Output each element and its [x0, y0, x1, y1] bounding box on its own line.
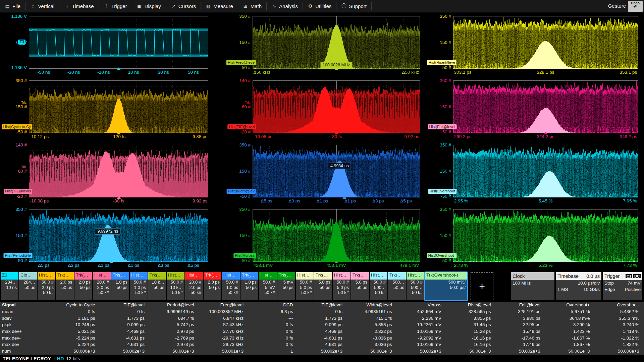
menu-item-trigger[interactable]: ↾Trigger: [99, 0, 132, 12]
menu-item-timebase[interactable]: ↔Timebase: [59, 0, 98, 12]
x-axis-tick: 9.92 ps: [404, 134, 419, 139]
descriptor-box-trk-[interactable]: Trk(…500…50 µs: [388, 272, 406, 300]
y-axis-label: -20 #: [220, 130, 251, 134]
trigger-box[interactable]: Trigger C1 DC Stop 74 mV Edge Positive: [603, 272, 642, 300]
descriptor-box-trk-overshoot-[interactable]: Trk(Overshoot-)500 m%/50.0 µs/: [425, 272, 467, 300]
descriptor-box-trk-[interactable]: Trk(…1.0 ps50 µs: [111, 272, 129, 300]
x-axis-tick: -80 fs: [113, 198, 124, 203]
descriptor-box-hist-[interactable]: Hist…50.0 #5.0 ps50 k#: [296, 272, 314, 300]
grid-z3-square-wave[interactable]: [29, 16, 208, 69]
trace-badge-z3[interactable]: Z3: [18, 40, 25, 45]
menu-item-cursors[interactable]: ↗Cursors: [166, 0, 201, 12]
grid-hist-overshoot-minus[interactable]: [453, 209, 638, 262]
table-column-header[interactable]: Overshoot+: [545, 302, 595, 307]
hist-parameter-badge[interactable]: Hist(Vcross: [233, 253, 256, 258]
hist-parameter-badge[interactable]: Hist(Overshoot: [428, 189, 457, 194]
grid-hist-width-at-level[interactable]: [253, 145, 420, 197]
menu-item-math[interactable]: ⊞Math: [238, 0, 266, 12]
hist-parameter-badge[interactable]: Hist(Overshoot-: [427, 253, 457, 258]
descriptor-box-trk-[interactable]: Trk(…2.0 ps50 µs: [56, 272, 74, 300]
descriptor-setting: 50 k#: [185, 290, 203, 295]
position-marker[interactable]: [342, 196, 346, 199]
y-axis-label: 150 #: [220, 40, 251, 45]
position-marker[interactable]: [117, 196, 121, 199]
descriptor-box-trk-[interactable]: Trk(…5 mV50 µs: [277, 272, 295, 300]
descriptor-setting: 1.0 ps: [130, 285, 148, 290]
hist-parameter-badge[interactable]: Hist(Rise@leve: [427, 60, 457, 65]
trigger-level: 74 mV: [628, 280, 641, 286]
menu-item-display[interactable]: ▣Display: [132, 0, 166, 12]
table-cell: 2.973 ps: [149, 329, 199, 334]
menu-item-vertical[interactable]: ↕Vertical: [25, 0, 59, 12]
menu-item-measure[interactable]: ▥Measure: [201, 0, 237, 12]
clock-box[interactable]: Clock 100 MHz: [511, 272, 554, 300]
grid-hist-cycle-to-cycle[interactable]: [29, 80, 208, 133]
descriptor-box-hist-[interactable]: Hist…50.0 #500…50 k#: [370, 272, 387, 300]
grid-hist-tie-at-level-red[interactable]: [253, 80, 420, 133]
descriptor-box-trk-[interactable]: Trk(…2.0 ps50 µs: [74, 272, 92, 300]
menu-item-support[interactable]: ⓘSupport: [336, 0, 371, 12]
table-column-header[interactable]: TIE@level: [298, 302, 347, 307]
descriptor-box-trk-[interactable]: Trk(…5.0 ps50 µs: [351, 272, 369, 300]
position-marker[interactable]: [334, 260, 338, 263]
grid-hist-period-at-level[interactable]: [29, 209, 208, 262]
undo-button[interactable]: Undo ↶: [628, 1, 643, 12]
descriptor-box-hist-[interactable]: Hist…50.0 #5 mV50 k#: [259, 272, 277, 300]
menu-item-analysis[interactable]: ∿Analysis: [267, 0, 303, 12]
table-column-header[interactable]: TIE@level: [100, 302, 150, 307]
table-cell: 5.224 ps: [50, 342, 100, 347]
hist-parameter-badge[interactable]: Hist(Cycle to Cy: [2, 124, 32, 129]
position-marker[interactable]: [109, 260, 113, 263]
hist-parameter-badge[interactable]: Hist(TIE@level: [227, 124, 256, 129]
menu-item-utilities[interactable]: ⚙Utilities: [303, 0, 336, 12]
position-marker[interactable]: [544, 132, 548, 134]
table-column-header[interactable]: Vcross: [397, 302, 446, 307]
descriptor-box-hist-[interactable]: Hist…20.0 #2.0 ps50 k#: [93, 272, 111, 300]
grid-hist-tie-at-level-pink[interactable]: [29, 145, 208, 197]
menu-item-file[interactable]: ▤File: [0, 0, 25, 12]
hist-parameter-badge[interactable]: Hist(Period@le: [3, 253, 32, 258]
hist-parameter-badge[interactable]: Hist(Freq@leve: [226, 60, 256, 65]
table-cell: -5.224 ps: [50, 336, 100, 341]
menu-item-label: Utilities: [315, 3, 331, 9]
descriptor-box-trk-[interactable]: Trk(…10 k…50 µs: [148, 272, 166, 300]
grid-hist-freq-at-level[interactable]: [253, 16, 420, 69]
descriptor-box-trk-[interactable]: Trk(…5.0 ps50 µs: [314, 272, 332, 300]
position-marker[interactable]: [334, 132, 338, 134]
table-column-header[interactable]: Rise@level: [446, 302, 496, 307]
table-column-header[interactable]: Width@level: [347, 302, 397, 307]
hist-parameter-badge[interactable]: Hist(Fall@level: [428, 124, 457, 129]
table-column-header[interactable]: Freq@level: [199, 302, 249, 307]
descriptor-box-hist-[interactable]: Hist…50.0 #1.0 ps50 k#: [222, 272, 240, 300]
descriptor-box-hist-[interactable]: Hist…50.0 #2.0 ps50 k#: [38, 272, 55, 300]
descriptor-setting: 50 µs: [111, 285, 129, 290]
table-column-header[interactable]: DCD: [248, 302, 298, 307]
descriptor-box-hist-[interactable]: Hist…20.0 #2.0 ps50 k#: [185, 272, 203, 300]
menu-item-label: Vertical: [38, 3, 54, 9]
grid-hist-vcross[interactable]: [253, 209, 420, 262]
hist-parameter-badge[interactable]: Hist(Width@lev: [227, 189, 256, 194]
x-axis-tick: Δ5 ps: [261, 198, 272, 203]
table-column-header[interactable]: Fall@level: [496, 302, 545, 307]
descriptor-box-clo-[interactable]: Clo…284…50 µs: [19, 272, 37, 300]
table-row-label: num: [0, 349, 50, 354]
add-trace-button[interactable]: +: [471, 272, 493, 300]
position-marker[interactable]: [117, 67, 121, 70]
descriptor-setting: 50 µs: [204, 285, 221, 290]
descriptor-box-hist-[interactable]: Hist…50.0 #10 k…50 k#: [167, 272, 184, 300]
table-column-header[interactable]: Overshoot-: [595, 302, 644, 307]
descriptor-box-trk-[interactable]: Trk(…1.0 ps50 µs: [240, 272, 258, 300]
grid-hist-rise-at-level[interactable]: [453, 16, 638, 69]
descriptor-box-hist-[interactable]: Hist…50.0 #1.0 ps50 k#: [130, 272, 148, 300]
grid-hist-fall-at-level[interactable]: [453, 80, 638, 133]
table-column-header[interactable]: Cycle to Cycle: [50, 302, 100, 307]
descriptor-box-hist-[interactable]: Hist…50.0 #500…50 k#: [407, 272, 424, 300]
table-column-header[interactable]: Period@level: [149, 302, 199, 307]
hist-parameter-badge[interactable]: Hist(TIE@level: [4, 189, 32, 194]
descriptor-box-z3[interactable]: Z3284…10 ns: [1, 272, 18, 300]
grid-hist-overshoot-plus[interactable]: [453, 145, 638, 197]
timebase-box[interactable]: Timebase 0.0 µs 10.0 µs/div 1 MS 10 GS/s: [556, 272, 601, 300]
descriptor-box-hist-[interactable]: Hist…50.0 #5.0 ps50 k#: [333, 272, 351, 300]
descriptor-box-trk-[interactable]: Trk(…2.0 ps50 µs: [204, 272, 221, 300]
position-marker[interactable]: [117, 132, 121, 134]
